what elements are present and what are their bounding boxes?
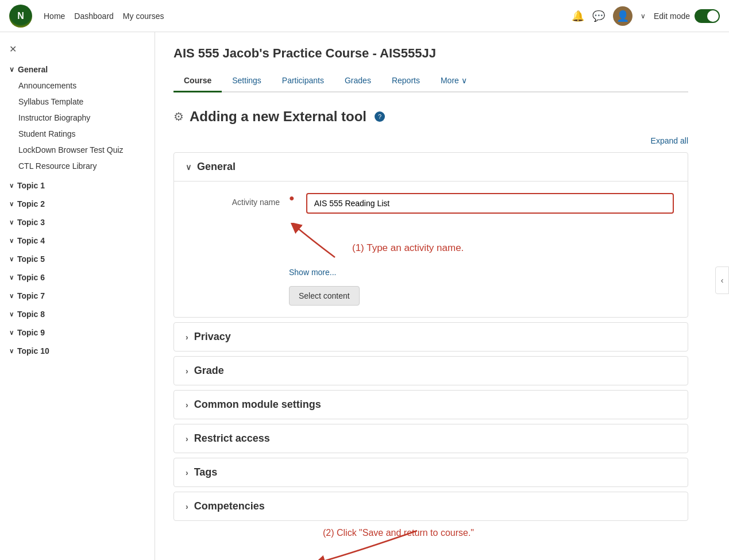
sidebar-item-ratings[interactable]: Student Ratings xyxy=(0,126,155,142)
course-tabs: Course Settings Participants Grades Repo… xyxy=(173,70,688,92)
messages-icon[interactable]: 💬 xyxy=(592,10,605,22)
competencies-section-title: Competencies xyxy=(194,500,265,512)
activity-name-input[interactable] xyxy=(306,193,674,214)
activity-name-control xyxy=(306,193,674,214)
topic9-chevron-icon: ∨ xyxy=(9,329,14,337)
sidebar-topic-3[interactable]: ∨ Topic 3 xyxy=(0,213,155,231)
show-more-link[interactable]: Show more... xyxy=(289,268,674,277)
sidebar-item-biography[interactable]: Instructor Biography xyxy=(0,110,155,126)
help-icon[interactable]: ? xyxy=(375,111,385,122)
tab-settings[interactable]: Settings xyxy=(222,70,272,92)
privacy-section-title: Privacy xyxy=(194,331,231,343)
general-section-chevron-icon: ∨ xyxy=(186,163,191,172)
privacy-chevron-icon: › xyxy=(186,333,188,342)
topic1-chevron-icon: ∨ xyxy=(9,182,14,190)
avatar[interactable]: 👤 xyxy=(613,6,632,26)
edit-mode-toggle[interactable]: Edit mode xyxy=(654,9,720,23)
general-section: ∨ General Activity name ● xyxy=(173,152,688,318)
select-content-button[interactable]: Select content xyxy=(289,286,360,306)
top-navigation: N Home Dashboard My courses 🔔 💬 👤 ∨ Edit… xyxy=(0,0,729,32)
annotation2-container: (2) Click "Save and return to course." xyxy=(173,528,688,560)
general-section-title: General xyxy=(197,161,236,173)
topic3-chevron-icon: ∨ xyxy=(9,219,14,226)
grade-chevron-icon: › xyxy=(186,366,188,376)
restrict-access-chevron-icon: › xyxy=(186,434,188,443)
restrict-access-section-title: Restrict access xyxy=(194,432,270,445)
course-title: AIS 555 Jacob's Practice Course - AIS555… xyxy=(173,46,688,61)
topic5-chevron-icon: ∨ xyxy=(9,256,14,263)
tab-course[interactable]: Course xyxy=(173,70,222,92)
sidebar-general-section: ∨ General Announcements Syllabus Templat… xyxy=(0,59,155,176)
sidebar-close-button[interactable]: ✕ xyxy=(0,39,155,59)
user-menu-chevron[interactable]: ∨ xyxy=(641,12,646,20)
sidebar-topic-5[interactable]: ∨ Topic 5 xyxy=(0,250,155,268)
common-module-section-header[interactable]: › Common module settings xyxy=(174,391,688,419)
common-module-chevron-icon: › xyxy=(186,400,188,410)
general-section-header[interactable]: ∨ General xyxy=(174,153,688,181)
topic7-chevron-icon: ∨ xyxy=(9,292,14,300)
tab-grades[interactable]: Grades xyxy=(334,70,381,92)
sidebar-item-announcements[interactable]: Announcements xyxy=(0,78,155,94)
annotation2-text: (2) Click "Save and return to course." xyxy=(323,528,474,538)
nav-my-courses[interactable]: My courses xyxy=(123,11,164,21)
competencies-section-header[interactable]: › Competencies xyxy=(174,492,688,520)
sidebar-general-label: General xyxy=(18,65,48,74)
sidebar-item-ctl[interactable]: CTL Resource Library xyxy=(0,158,155,174)
grade-section-header[interactable]: › Grade xyxy=(174,357,688,385)
tab-participants[interactable]: Participants xyxy=(272,70,334,92)
activity-name-label: Activity name xyxy=(188,193,280,207)
restrict-access-section: › Restrict access xyxy=(173,424,688,453)
privacy-section-header[interactable]: › Privacy xyxy=(174,323,688,351)
activity-name-row: Activity name ● xyxy=(188,193,674,214)
page-header: ⚙ Adding a new External tool ? xyxy=(173,109,688,125)
sidebar-general-header[interactable]: ∨ General xyxy=(0,61,155,78)
sidebar-item-lockdown[interactable]: LockDown Browser Test Quiz xyxy=(0,142,155,158)
sidebar-topic-4[interactable]: ∨ Topic 4 xyxy=(0,231,155,250)
competencies-section: › Competencies xyxy=(173,492,688,521)
site-logo[interactable]: N xyxy=(9,5,32,28)
sidebar-topic-1[interactable]: ∨ Topic 1 xyxy=(0,176,155,195)
tab-reports[interactable]: Reports xyxy=(381,70,430,92)
annotation1-text: (1) Type an activity name. xyxy=(352,242,464,254)
grade-section-title: Grade xyxy=(194,365,224,377)
nav-dashboard[interactable]: Dashboard xyxy=(74,11,114,21)
sidebar-item-syllabus[interactable]: Syllabus Template xyxy=(0,94,155,110)
annotation1-arrow xyxy=(289,223,358,263)
tags-section: › Tags xyxy=(173,458,688,487)
topic10-chevron-icon: ∨ xyxy=(9,347,14,355)
sidebar-topic-8[interactable]: ∨ Topic 8 xyxy=(0,305,155,323)
topic4-chevron-icon: ∨ xyxy=(9,237,14,245)
sidebar-topic-9[interactable]: ∨ Topic 9 xyxy=(0,323,155,342)
sidebar-topic-2[interactable]: ∨ Topic 2 xyxy=(0,195,155,213)
tags-section-title: Tags xyxy=(194,466,218,478)
expand-all-button[interactable]: Expand all xyxy=(173,136,688,145)
annotation1-container: (1) Type an activity name. xyxy=(289,223,674,263)
nav-links: Home Dashboard My courses xyxy=(44,11,164,21)
edit-mode-switch[interactable] xyxy=(695,9,720,23)
privacy-section: › Privacy xyxy=(173,322,688,352)
right-collapse-button[interactable]: ‹ xyxy=(715,267,729,294)
tags-section-header[interactable]: › Tags xyxy=(174,458,688,486)
tags-chevron-icon: › xyxy=(186,468,188,477)
top-right-controls: 🔔 💬 👤 ∨ Edit mode xyxy=(572,6,720,26)
topic8-chevron-icon: ∨ xyxy=(9,311,14,318)
restrict-access-section-header[interactable]: › Restrict access xyxy=(174,424,688,453)
tab-more[interactable]: More ∨ xyxy=(430,70,477,92)
nav-home[interactable]: Home xyxy=(44,11,65,21)
general-section-body: Activity name ● xyxy=(174,181,688,317)
select-content-container: Select content xyxy=(289,286,674,306)
topic2-chevron-icon: ∨ xyxy=(9,200,14,208)
general-chevron-icon: ∨ xyxy=(9,65,14,74)
notifications-icon[interactable]: 🔔 xyxy=(572,10,584,22)
sidebar-topic-10[interactable]: ∨ Topic 10 xyxy=(0,342,155,360)
common-module-section: › Common module settings xyxy=(173,390,688,419)
required-icon: ● xyxy=(289,193,295,203)
common-module-section-title: Common module settings xyxy=(194,399,321,411)
sidebar-topic-6[interactable]: ∨ Topic 6 xyxy=(0,268,155,287)
sidebar-topic-7[interactable]: ∨ Topic 7 xyxy=(0,287,155,305)
page-title: Adding a new External tool xyxy=(190,109,367,125)
sidebar: ✕ ∨ General Announcements Syllabus Templ… xyxy=(0,32,155,560)
grade-section: › Grade xyxy=(173,356,688,385)
competencies-chevron-icon: › xyxy=(186,502,188,511)
external-tool-icon: ⚙ xyxy=(173,110,184,123)
